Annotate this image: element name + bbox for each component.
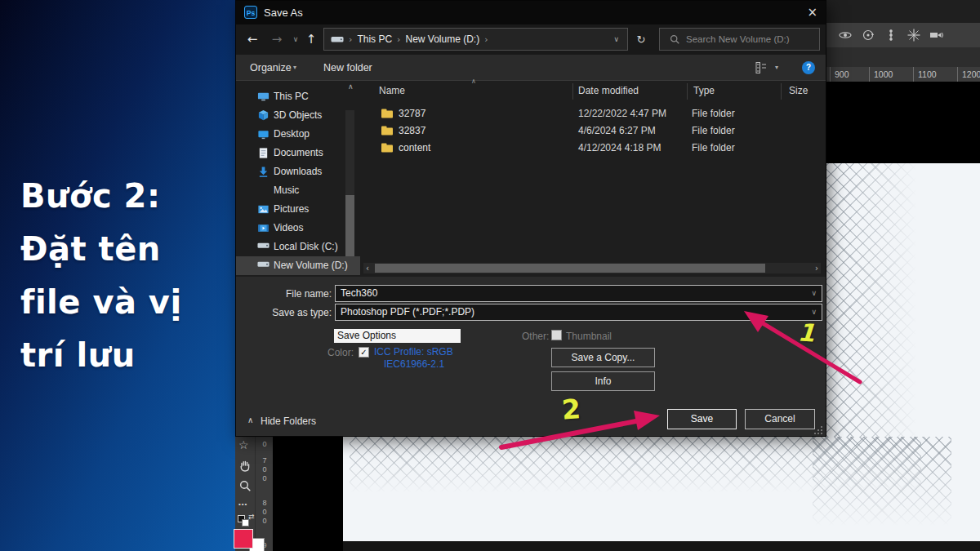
chevron-down-icon[interactable]: ∨ (811, 304, 817, 320)
table-row[interactable]: 32837 4/6/2024 6:27 PM File folder (360, 122, 826, 140)
photoshop-app-icon: Ps (244, 6, 257, 19)
horizontal-scrollbar[interactable]: ‹ › (363, 263, 821, 273)
refresh-icon[interactable]: ↻ (633, 24, 649, 55)
address-bar[interactable]: › This PC › New Volume (D:) › ∨ (323, 28, 628, 51)
rotate-3d-icon[interactable] (861, 28, 875, 42)
step-caption-line: Bước 2: (20, 170, 225, 223)
scroll-right-icon[interactable]: › (815, 263, 818, 273)
ruler-tick (913, 67, 914, 82)
hide-folders-button[interactable]: Hide Folders (261, 415, 316, 427)
hand-icon[interactable] (238, 460, 252, 473)
search-box[interactable]: Search New Volume (D:) (659, 28, 820, 51)
save-a-copy-button[interactable]: Save a Copy... (551, 348, 655, 367)
sidebar-item-local-disk-c[interactable]: Local Disk (C:) (236, 238, 360, 256)
chevron-down-icon[interactable]: ∨ (811, 286, 817, 301)
resize-grip[interactable] (814, 425, 823, 434)
sidebar-item-desktop[interactable]: Desktop (236, 125, 360, 144)
view-options-icon[interactable] (755, 61, 768, 74)
scroll-left-icon[interactable]: ‹ (366, 263, 369, 273)
breadcrumb-this-pc[interactable]: This PC (354, 33, 395, 45)
view-dropdown-icon[interactable]: ▾ (775, 55, 778, 81)
save-options-header: Save Options (334, 329, 461, 343)
breadcrumb-new-volume[interactable]: New Volume (D:) (403, 33, 483, 45)
horizontal-scrollbar-thumb[interactable] (375, 264, 765, 273)
info-button[interactable]: Info (551, 371, 655, 391)
column-header-type[interactable]: Type (693, 81, 715, 101)
sidebar-item-label: This PC (274, 87, 309, 106)
close-icon[interactable]: × (807, 1, 817, 24)
column-divider[interactable] (781, 83, 782, 100)
new-folder-button[interactable]: New folder (323, 55, 372, 81)
ruler-label: 1200 (962, 69, 980, 79)
other-section-label: Other: (522, 331, 549, 342)
address-dropdown-icon[interactable]: ∨ (613, 35, 619, 43)
callout-label-2: 2 (561, 393, 582, 426)
file-name: 32787 (399, 108, 425, 119)
save-button[interactable]: Save (667, 409, 737, 429)
folder-icon (381, 108, 394, 119)
column-header-size[interactable]: Size (789, 81, 808, 101)
zoom-icon[interactable] (239, 480, 252, 492)
sidebar-item-downloads[interactable]: Downloads (236, 162, 360, 181)
sidebar-item-label: Music (274, 181, 299, 200)
ruler-label: 900 (835, 69, 849, 79)
sidebar-item-3d-objects[interactable]: 3D Objects (236, 106, 360, 125)
file-date: 4/6/2024 6:27 PM (578, 125, 656, 136)
dialog-title: Save As (264, 1, 303, 24)
sort-ascending-icon[interactable]: ∧ (471, 78, 476, 85)
up-icon[interactable]: ↑ (303, 24, 319, 55)
chevron-right-icon: › (395, 34, 402, 45)
ruler-label: 800 (261, 499, 269, 526)
table-row[interactable]: content 4/12/2024 4:18 PM File folder (360, 140, 826, 157)
foreground-color-swatch[interactable] (234, 529, 253, 549)
drive-icon (257, 260, 270, 269)
file-type: File folder (692, 108, 735, 119)
sidebar-item-pictures[interactable]: Pictures (236, 200, 360, 219)
column-divider[interactable] (572, 83, 573, 100)
sidebar-item-documents[interactable]: Documents (236, 144, 360, 162)
desktop-icon (257, 128, 270, 140)
dialog-navbar: ← → ∨ ↑ › This PC › New Volume (D:) › ∨ … (236, 24, 826, 55)
vertical-ruler: 0 700 800 9 (255, 437, 273, 551)
save-type-label: Save as type: (258, 307, 332, 318)
organize-button[interactable]: Organize (250, 55, 292, 81)
column-header-name[interactable]: Name (379, 81, 405, 101)
help-button[interactable]: ? (802, 61, 815, 74)
column-header-date-modified[interactable]: Date modified (578, 81, 639, 101)
recent-locations-icon[interactable]: ∨ (287, 24, 304, 55)
sidebar-item-new-volume-d[interactable]: New Volume (D:) (236, 256, 360, 275)
file-list: ∧ Name Date modified Type Size 32787 12/… (360, 81, 826, 277)
icc-profile-checkbox[interactable]: ✓ (359, 347, 369, 358)
orbit-3d-icon[interactable] (838, 28, 853, 42)
sidebar-item-music[interactable]: Music (236, 181, 360, 200)
file-date: 12/22/2022 4:47 PM (578, 108, 666, 119)
ruler-tick (957, 67, 958, 82)
sidebar-item-label: Documents (274, 144, 323, 162)
sidebar-item-label: New Volume (D:) (274, 256, 348, 275)
sidebar-item-label: Videos (274, 219, 303, 238)
chevron-right-icon: › (483, 34, 489, 45)
canvas-photo (826, 163, 980, 437)
dolly-3d-icon[interactable] (884, 28, 898, 42)
sidebar-item-videos[interactable]: Videos (236, 219, 360, 238)
save-type-select[interactable]: Photoshop PDF (*.PDF;*.PDP) ∨ (335, 304, 822, 321)
hide-folders-icon[interactable]: ∧ (247, 415, 253, 424)
column-divider[interactable] (687, 83, 688, 100)
swap-colors-icon[interactable]: ⇄ (248, 513, 255, 521)
ruler-tick (869, 67, 870, 82)
table-row[interactable]: 32787 12/22/2022 4:47 PM File folder (360, 105, 826, 122)
file-name-input[interactable]: Tech360 ∨ (335, 285, 822, 302)
sidebar-item-label: Local Disk (C:) (274, 238, 338, 256)
cancel-button[interactable]: Cancel (745, 409, 815, 429)
forward-icon[interactable]: → (269, 24, 285, 55)
back-icon[interactable]: ← (244, 24, 261, 55)
sidebar-item-this-pc[interactable]: This PC (236, 87, 360, 106)
more-tools-icon[interactable]: ••• (238, 500, 247, 508)
step-caption-line: Đặt tên (20, 223, 225, 276)
camera-3d-icon[interactable] (929, 28, 946, 42)
move-3d-icon[interactable] (906, 28, 921, 42)
download-icon (257, 166, 270, 178)
custom-shape-icon[interactable]: ☆ (238, 438, 249, 451)
thumbnail-checkbox[interactable] (551, 330, 562, 340)
canvas-photo (343, 437, 980, 541)
